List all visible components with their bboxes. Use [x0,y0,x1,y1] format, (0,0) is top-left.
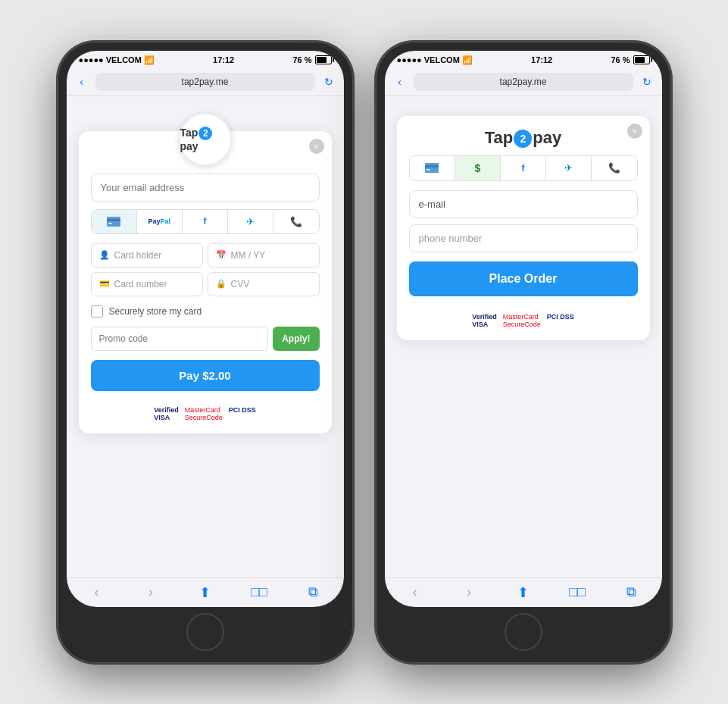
visa-badge-1: VerifiedVISA [154,406,179,421]
forward-btn-2[interactable]: › [454,584,484,600]
calendar-icon-1: 📅 [216,250,227,260]
card-holder-placeholder: Card holder [114,250,162,261]
page-content-2: Tap2pay × $ f [385,96,662,577]
battery-2 [633,55,650,64]
browser-back-1[interactable]: ‹ [74,76,89,88]
url-bar-1[interactable]: tap2pay.me [95,73,315,91]
tab-card-1[interactable] [92,210,137,233]
promo-input-1[interactable] [91,327,269,351]
facebook-icon-2: f [522,163,525,174]
cvv-placeholder: CVV [231,279,250,289]
tab-cash-2[interactable]: $ [455,156,501,180]
bookmarks-btn-1[interactable]: □□ [244,584,274,600]
tabs-btn-2[interactable]: ⧉ [617,584,647,600]
share-btn-2[interactable]: ⬆ [508,584,539,601]
tab-viber-1[interactable]: 📞 [273,210,318,233]
url-bar-2[interactable]: tap2pay.me [414,73,633,91]
bottom-bar-2: ‹ › ⬆ □□ ⧉ [385,577,662,607]
bottom-bar-1: ‹ › ⬆ □□ ⧉ [67,577,344,607]
svg-rect-2 [108,223,112,224]
logo-circle-1: Tap2pay [179,113,232,166]
place-order-button-2[interactable]: Place Order [409,261,638,296]
phone-field-2[interactable]: phone number [409,224,638,252]
secure-store-label-1: Securely store my card [109,306,202,317]
telegram-icon-1: ✈ [246,216,255,227]
expiry-field-1[interactable]: 📅 MM / YY [208,243,320,268]
svg-rect-1 [107,219,120,221]
svg-rect-0 [107,217,120,227]
share-btn-1[interactable]: ⬆ [190,584,220,601]
browser-bar-1: ‹ tap2pay.me ↻ [67,68,344,96]
person-icon-1: 👤 [99,250,110,260]
tab-facebook-1[interactable]: f [183,210,228,233]
svg-rect-5 [426,169,430,171]
payment-modal-1: Tap2pay × PayPal [79,131,332,433]
battery-pct-2: 76 % [611,55,630,64]
time-2: 17:12 [531,55,552,64]
apply-button-1[interactable]: Apply! [273,327,319,351]
status-right-2: 76 % [611,55,649,64]
pci-badge-1: PCI DSS [229,406,256,421]
logo-text-1: Tap2pay [180,127,230,152]
pay-button-1[interactable]: Pay $2.00 [91,360,320,391]
tab-viber-2[interactable]: 📞 [592,156,636,180]
logo-container-2: Tap2pay [409,128,638,148]
battery-pct-1: 76 % [292,55,311,64]
facebook-icon-1: f [204,216,207,227]
close-btn-2[interactable]: × [627,124,642,139]
email-value-2: e-mail [419,199,445,210]
viber-icon-1: 📞 [290,216,302,227]
tab-paypal-1[interactable]: PayPal [137,210,183,233]
secure-store-row-1: Securely store my card [91,305,320,318]
tab-telegram-1[interactable]: ✈ [228,210,273,233]
security-logos-2: VerifiedVISA MasterCardSecureCode PCI DS… [409,313,638,328]
phone-1: ●●●●● VELCOM 📶 17:12 76 % ‹ tap2pay.me ↻ [58,42,353,663]
email-field-2[interactable]: e-mail [409,190,638,218]
card-form-1: 👤 Card holder 📅 MM / YY 💳 Card number [91,243,320,296]
page-content-1: Tap2pay × PayPal [67,96,344,577]
visa-badge-2: VerifiedVISA [472,313,497,328]
browser-refresh-2[interactable]: ↻ [639,76,655,88]
card-number-field-1[interactable]: 💳 Card number [91,272,203,296]
back-btn-2[interactable]: ‹ [400,584,430,600]
viber-icon-2: 📞 [608,162,620,174]
email-input-1[interactable] [91,174,320,202]
carrier-1: ●●●●● VELCOM [79,55,142,64]
home-button-1[interactable] [186,613,224,651]
tab-card-2[interactable] [410,156,455,180]
secure-store-checkbox-1[interactable] [91,305,103,318]
svg-rect-3 [425,163,439,173]
home-button-2[interactable] [505,613,542,651]
pci-badge-2: PCI DSS [547,313,574,328]
cvv-field-1[interactable]: 🔒 CVV [208,272,320,296]
close-btn-1[interactable]: × [309,139,324,154]
back-btn-1[interactable]: ‹ [82,584,112,600]
carrier-2: ●●●●● VELCOM [397,55,460,64]
phone-placeholder-2: phone number [419,233,483,244]
forward-btn-1[interactable]: › [136,584,166,600]
mc-badge-1: MasterCardSecureCode [185,406,223,421]
mc-badge-2: MasterCardSecureCode [503,313,541,328]
browser-refresh-1[interactable]: ↻ [321,76,336,88]
security-logos-1: VerifiedVISA MasterCardSecureCode PCI DS… [91,406,320,421]
telegram-icon-2: ✈ [564,162,573,174]
browser-back-2[interactable]: ‹ [392,76,408,88]
status-right-1: 76 % [292,55,331,64]
card-number-placeholder: Card number [114,279,167,289]
wifi-1: 📶 [144,55,155,65]
battery-1 [315,55,332,64]
payment-modal-2: Tap2pay × $ f [397,116,650,340]
status-left-2: ●●●●● VELCOM 📶 [397,55,473,65]
expiry-placeholder: MM / YY [231,250,266,261]
svg-rect-4 [425,165,439,167]
payment-tabs-2: $ f ✈ 📞 [409,155,638,181]
tab-facebook-2[interactable]: f [501,156,546,180]
logo-large-2: Tap2pay [409,128,638,148]
tabs-btn-1[interactable]: ⧉ [298,584,329,600]
tab-telegram-2[interactable]: ✈ [546,156,592,180]
phone-container: ●●●●● VELCOM 📶 17:12 76 % ‹ tap2pay.me ↻ [42,27,686,678]
bookmarks-btn-2[interactable]: □□ [562,584,592,600]
card-icon-1: 💳 [99,279,110,289]
card-holder-field-1[interactable]: 👤 Card holder [91,243,203,268]
payment-tabs-1: PayPal f ✈ 📞 [91,209,320,234]
